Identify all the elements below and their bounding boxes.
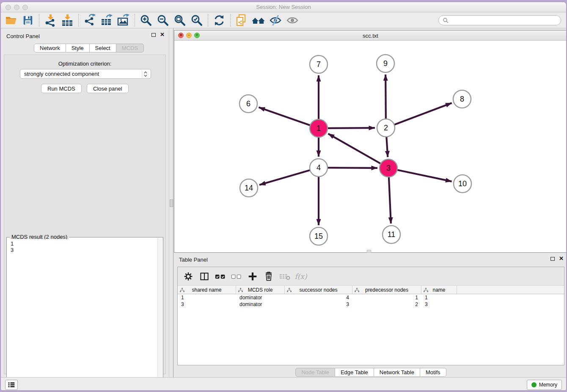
toolbar-separator [208,14,208,27]
table-cell[interactable]: dominator [236,301,285,308]
node-7[interactable]: 7 [310,55,328,73]
float-panel-icon[interactable] [151,33,156,37]
node-label: 8 [460,95,464,103]
table-cell[interactable]: 4 [285,294,352,301]
network-canvas[interactable]: 7968124314101511 [174,41,567,252]
new-network-from-selection-icon[interactable] [233,14,250,27]
task-history-button[interactable] [5,380,18,390]
close-panel-icon[interactable]: ✕ [160,33,165,37]
edge-3-1[interactable] [328,134,388,168]
node-15[interactable]: 15 [310,227,328,245]
run-mcds-button[interactable]: Run MCDS [41,84,82,93]
optimization-criterion-label: Optimization criterion: [4,61,165,67]
table-cell[interactable]: 2 [352,301,421,308]
equation-builder-icon[interactable]: f(x) [294,270,308,283]
mcds-result-group: MCDS result (2 nodes) 1 3 [6,237,163,391]
node-label: 2 [384,124,388,132]
tab-style[interactable]: Style [66,44,90,52]
divider-handle[interactable] [367,250,371,253]
unselect-all-columns-icon[interactable] [229,270,244,283]
node-10[interactable]: 10 [454,175,471,193]
edge-3-10[interactable] [388,168,452,182]
divider-handle[interactable] [170,199,173,207]
search-input[interactable] [438,15,561,25]
column-header-predecessor-nodes[interactable]: predecessor nodes [352,286,421,294]
tab-mcds[interactable]: MCDS [116,44,144,52]
memory-button[interactable]: Memory [527,380,562,390]
zoom-selected-icon[interactable] [188,14,205,27]
close-panel-icon[interactable]: ✕ [559,257,564,261]
table-cell[interactable]: 3 [285,301,352,308]
node-label: 14 [245,184,253,192]
export-image-icon[interactable] [115,14,132,27]
tab-network-table[interactable]: Network Table [374,368,420,377]
table-cell[interactable]: dominator [236,294,285,301]
node-1[interactable]: 1 [310,119,328,137]
first-neighbors-icon[interactable] [250,14,267,27]
float-panel-icon[interactable] [550,257,555,261]
table-cell[interactable]: 3 [421,301,457,308]
table-row[interactable]: 1dominator411 [178,294,564,301]
hide-selected-icon[interactable] [267,14,284,27]
zoom-fit-icon[interactable] [171,14,188,27]
add-column-icon[interactable] [245,270,260,283]
select-stepper-icon [142,70,149,78]
column-header-MCDS-role[interactable]: MCDS role [236,286,285,294]
table-header-row: shared nameMCDS rolesuccessor nodesprede… [178,285,564,294]
column-header-shared-name[interactable]: shared name [178,286,236,294]
node-label: 1 [317,124,321,133]
open-session-icon[interactable] [3,14,19,27]
edge-1-6[interactable] [259,108,319,128]
optimization-criterion-select[interactable]: strongly connected component [20,69,151,79]
node-14[interactable]: 14 [240,179,258,197]
toggle-panel-icon[interactable] [197,270,212,283]
export-table-icon[interactable] [98,14,115,27]
application-window: Session: New Session [0,2,567,391]
node-table-container: f(x) shared nameMCDS rolesuccessor nodes… [177,267,564,365]
column-label: predecessor nodes [365,287,408,293]
network-window-titlebar[interactable]: ✕ − + scc.txt [174,30,567,41]
column-header-successor-nodes[interactable]: successor nodes [285,286,352,294]
save-session-icon[interactable] [19,14,36,27]
result-scrollbar[interactable] [157,238,162,391]
node-8[interactable]: 8 [453,90,471,108]
column-type-icon [424,288,428,293]
table-cell[interactable]: 1 [421,294,457,301]
table-settings-icon[interactable] [181,270,195,283]
close-panel-button[interactable]: Close panel [87,84,129,93]
split-pane-divider[interactable] [169,28,173,377]
fx-label: f(x) [295,272,307,281]
table-cell[interactable]: 1 [352,294,421,301]
table-cell[interactable]: 3 [178,301,236,308]
tab-edge-table[interactable]: Edge Table [335,368,374,377]
show-all-icon[interactable] [284,14,301,27]
node-6[interactable]: 6 [239,95,257,113]
table-tabs: Node TableEdge TableNetwork TableMotifs [174,368,567,377]
node-3[interactable]: 3 [380,159,397,177]
table-cell[interactable]: 1 [178,294,236,301]
zoom-out-icon[interactable] [154,14,171,27]
export-network-icon[interactable] [81,14,98,27]
node-2[interactable]: 2 [377,119,395,137]
node-11[interactable]: 11 [383,226,400,243]
tab-select[interactable]: Select [90,44,116,52]
list-icon [8,381,15,388]
refresh-view-icon[interactable] [211,14,228,27]
select-all-columns-icon[interactable] [213,270,228,283]
import-network-icon[interactable] [42,14,59,27]
tab-network[interactable]: Network [34,44,66,52]
node-9[interactable]: 9 [377,55,394,72]
toolbar-separator [135,14,135,27]
tab-motifs[interactable]: Motifs [420,368,446,377]
zoom-in-icon[interactable] [138,14,154,27]
delete-table-icon[interactable] [278,270,292,283]
column-header-name[interactable]: name [421,286,457,294]
mcds-result-text[interactable]: 1 3 [7,239,157,391]
import-table-icon[interactable] [59,14,76,27]
delete-columns-icon[interactable] [261,270,276,283]
table-row[interactable]: 3dominator323 [178,301,564,308]
node-4[interactable]: 4 [310,159,328,177]
tab-node-table[interactable]: Node Table [295,368,335,377]
node-table[interactable]: shared nameMCDS rolesuccessor nodesprede… [178,285,564,365]
edge-2-8[interactable] [386,103,452,128]
